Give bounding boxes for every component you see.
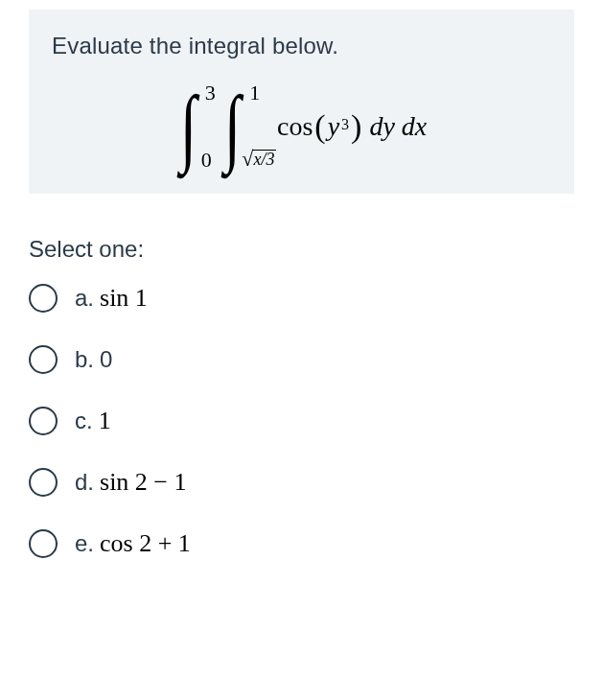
radio-icon[interactable]	[29, 468, 58, 497]
option-text: cos 2 + 1	[100, 529, 191, 558]
quiz-question: Evaluate the integral below. ∫ 3 0 ∫ 1 √…	[0, 0, 603, 587]
option-text: 1	[99, 407, 111, 435]
option-letter: b.	[75, 346, 94, 373]
integral-expression: ∫ 3 0 ∫ 1 √ x/3 cos ( y3 )	[52, 81, 551, 184]
option-text: sin 1	[100, 284, 148, 313]
outer-integral: ∫ 3 0	[176, 86, 200, 167]
options-list: a. sin 1 b. 0 c. 1 d. sin 2 − 1	[29, 284, 574, 558]
option-letter: d.	[75, 469, 94, 496]
inner-integral: ∫ 1 √ x/3	[220, 86, 244, 167]
option-letter: e.	[75, 530, 94, 557]
outer-lower-limit: 0	[201, 148, 212, 173]
inner-upper-limit: 1	[249, 81, 260, 105]
option-a[interactable]: a. sin 1	[29, 284, 574, 313]
integrand: cos ( y3 ) dy dx	[277, 108, 427, 145]
radio-icon[interactable]	[29, 345, 58, 374]
question-box: Evaluate the integral below. ∫ 3 0 ∫ 1 √…	[29, 10, 574, 194]
option-b[interactable]: b. 0	[29, 345, 574, 374]
radio-icon[interactable]	[29, 407, 58, 435]
radio-icon[interactable]	[29, 284, 58, 313]
option-letter: a.	[75, 285, 94, 312]
option-d[interactable]: d. sin 2 − 1	[29, 468, 574, 497]
option-e[interactable]: e. cos 2 + 1	[29, 529, 574, 558]
inner-lower-limit: √ x/3	[242, 149, 276, 171]
radio-icon[interactable]	[29, 529, 58, 558]
option-text: 0	[100, 346, 112, 373]
option-text: sin 2 − 1	[100, 468, 187, 497]
option-c[interactable]: c. 1	[29, 407, 574, 435]
outer-upper-limit: 3	[205, 81, 216, 105]
option-letter: c.	[75, 408, 93, 434]
select-one-label: Select one:	[29, 236, 574, 263]
question-prompt: Evaluate the integral below.	[52, 33, 551, 59]
